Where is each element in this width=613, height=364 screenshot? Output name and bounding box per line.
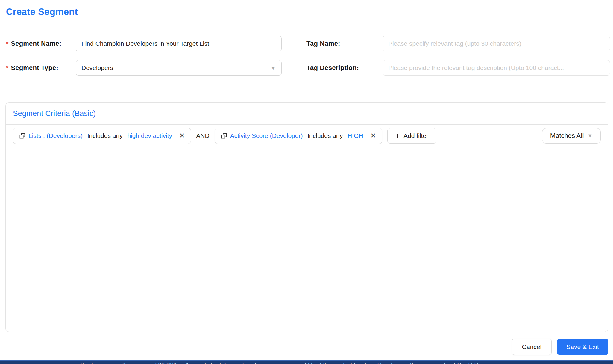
- match-mode-value: Matches All: [550, 132, 584, 140]
- filter-value[interactable]: HIGH: [348, 132, 363, 139]
- segment-type-select[interactable]: Developers ▼: [76, 60, 282, 76]
- tag-name-input[interactable]: [383, 36, 610, 51]
- tag-description-label-text: Tag Description:: [306, 64, 359, 72]
- filter-field[interactable]: Activity Score (Developer): [230, 132, 303, 139]
- add-filter-button[interactable]: + Add filter: [387, 128, 436, 144]
- segment-type-label: * Segment Type:: [6, 60, 58, 76]
- cancel-button[interactable]: Cancel: [512, 339, 552, 355]
- header-divider: [0, 28, 613, 28]
- credit-usage-banner[interactable]: You have currently consumed 98.11% of Ac…: [0, 360, 613, 364]
- criteria-filter-row: Lists : (Developers) Includes any high d…: [6, 125, 608, 144]
- filter-field[interactable]: Lists : (Developers): [28, 132, 83, 139]
- caret-down-icon: ▼: [587, 133, 593, 138]
- segment-filter-icon: [221, 133, 227, 139]
- segment-type-label-text: Segment Type:: [11, 64, 58, 72]
- required-asterisk: *: [6, 40, 8, 47]
- add-filter-label: Add filter: [403, 132, 428, 139]
- credit-usage-text: You have currently consumed 98.11% of Ac…: [80, 362, 491, 364]
- filter-connector: AND: [196, 132, 209, 139]
- filter-operator: Includes any: [86, 132, 125, 139]
- caret-down-icon: ▼: [270, 65, 276, 71]
- segment-name-input[interactable]: [76, 36, 282, 51]
- filter-operator: Includes any: [306, 132, 345, 139]
- segment-criteria-panel: Segment Criteria (Basic) Lists : (Develo…: [5, 102, 608, 332]
- segment-name-label: * Segment Name:: [6, 36, 61, 51]
- tag-name-label: Tag Name:: [306, 36, 340, 51]
- filter-value[interactable]: high dev activity: [127, 132, 172, 139]
- segment-name-label-text: Segment Name:: [11, 40, 61, 48]
- filter-chip-activity-score[interactable]: Activity Score (Developer) Includes any …: [215, 128, 382, 144]
- segment-criteria-title: Segment Criteria (Basic): [6, 103, 608, 125]
- segment-type-value: Developers: [81, 64, 113, 71]
- close-icon[interactable]: ✕: [179, 132, 185, 139]
- close-icon[interactable]: ✕: [371, 132, 376, 139]
- tag-description-label: Tag Description:: [306, 60, 359, 76]
- save-exit-button[interactable]: Save & Exit: [557, 339, 608, 355]
- tag-description-input[interactable]: [383, 60, 610, 76]
- segment-filter-icon: [19, 133, 25, 139]
- match-mode-select[interactable]: Matches All ▼: [542, 128, 601, 144]
- required-asterisk: *: [6, 64, 8, 71]
- tag-name-label-text: Tag Name:: [306, 40, 340, 48]
- plus-icon: +: [395, 132, 400, 140]
- page-title: Create Segment: [6, 7, 78, 17]
- filter-chip-lists[interactable]: Lists : (Developers) Includes any high d…: [13, 128, 191, 144]
- chevron-down-icon[interactable]: ⌄: [494, 362, 499, 364]
